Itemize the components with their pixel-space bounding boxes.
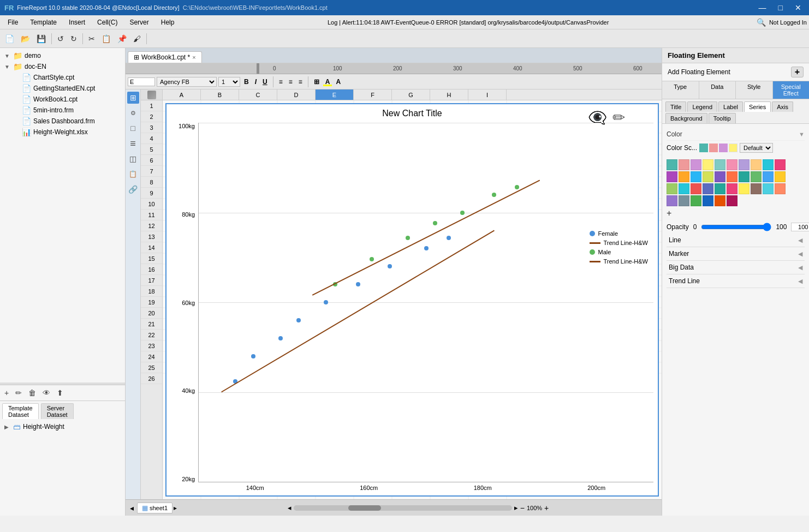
big-data-expand-arrow[interactable]: ◀ [798,264,802,271]
side-icon-link[interactable]: 🔗 [127,183,139,195]
swatch[interactable] [751,159,762,170]
tab-type[interactable]: Type [662,81,699,99]
swatch[interactable] [751,183,762,194]
line-section[interactable]: Line ◀ [667,234,805,247]
swatch[interactable] [763,183,774,194]
open-button[interactable]: 📂 [18,33,33,44]
chart-tab-legend[interactable]: Legend [687,101,717,112]
swatch[interactable] [667,159,677,170]
swatch[interactable] [775,171,786,182]
chart-tab-tooltip[interactable]: Tooltip [709,113,736,123]
scroll-left-button[interactable]: ◂ [288,504,292,512]
tree-item-workbook1[interactable]: 📄 WorkBook1.cpt [2,94,123,105]
tab-special-effect[interactable]: SpecialEffect [773,81,810,99]
color-expand-arrow[interactable]: ▼ [799,131,805,138]
tab-data[interactable]: Data [699,81,736,99]
swatch[interactable] [679,183,689,194]
redo-button[interactable]: ↻ [68,33,80,44]
scrollbar-thumb[interactable] [348,505,381,511]
side-icon-settings[interactable]: ⚙ [127,107,139,119]
new-button[interactable]: 📄 [2,33,17,44]
col-header-D[interactable]: D [277,89,316,100]
scheme-swatch-3[interactable] [719,144,728,152]
underline-button[interactable]: U [260,77,270,86]
login-status[interactable]: Not Logged In [769,19,807,26]
zoom-plus-button[interactable]: + [544,504,549,512]
swatch[interactable] [727,171,737,182]
swatch[interactable] [727,159,737,170]
add-floating-button[interactable]: + [791,67,804,77]
zoom-minus-button[interactable]: − [520,504,525,512]
tree-item-sales-dashboard[interactable]: 📄 Sales Dashboard.frm [2,116,123,127]
undo-button[interactable]: ↺ [55,33,67,44]
add-sheet-button[interactable]: ◂ [128,504,136,512]
swatch[interactable] [775,183,786,194]
tree-item-5min[interactable]: 📄 5min-intro.frm [2,105,123,116]
format-painter[interactable]: 🖌 [130,33,144,44]
swatch[interactable] [703,159,713,170]
search-icon[interactable]: 🔍 [757,18,766,27]
add-dataset-button[interactable]: + [2,387,11,398]
swatch[interactable] [739,183,749,194]
tab-server-dataset[interactable]: ServerDataset [41,403,74,419]
fill-color-button[interactable]: A [323,77,332,86]
select-all-button[interactable] [147,91,156,99]
save-button[interactable]: 💾 [34,33,49,44]
marker-section[interactable]: Marker ◀ [667,247,805,261]
swatch[interactable] [727,195,737,206]
side-icon-layers[interactable]: □ [127,122,139,134]
add-color-button[interactable]: + [667,208,805,218]
delete-dataset-button[interactable]: 🗑 [26,387,38,398]
side-icon-clipboard[interactable]: 📋 [127,168,139,180]
swatch[interactable] [715,195,725,206]
align-left-button[interactable]: ≡ [277,77,285,86]
scroll-right-button[interactable]: ▸ [514,504,518,512]
align-right-button[interactable]: ≡ [296,77,305,86]
col-header-B[interactable]: B [201,89,239,100]
tree-item-chartstyle[interactable]: 📄 ChartStyle.cpt [2,72,123,83]
cut-button[interactable]: ✂ [86,33,98,44]
trend-line-expand-arrow[interactable]: ◀ [798,278,802,285]
col-header-G[interactable]: G [392,89,430,100]
menu-file[interactable]: File [2,17,23,27]
swatch[interactable] [715,183,725,194]
swatch[interactable] [715,171,725,182]
chart-tab-title[interactable]: Title [665,101,686,112]
menu-server[interactable]: Server [124,17,154,27]
sheet-tab-1[interactable]: ▦ sheet1 [137,503,172,513]
swatch[interactable] [715,159,725,170]
swatch[interactable] [667,171,677,182]
font-size-select[interactable]: 1 [218,77,240,87]
col-header-A[interactable]: A [163,89,201,100]
scheme-swatch-4[interactable] [729,144,737,152]
chart-tab-axis[interactable]: Axis [772,101,793,112]
side-icon-menu[interactable]: ≡ [127,138,139,150]
swatch[interactable] [691,183,701,194]
dataset-item-height-weight[interactable]: ▶ 🗃 Height-Weight [2,421,123,432]
tree-item-doc-en[interactable]: ▼ 📁 doc-EN [2,61,123,72]
swatch[interactable] [667,183,677,194]
swatch[interactable] [775,159,786,170]
preview-dataset-button[interactable]: 👁 [40,387,52,398]
cell-reference-input[interactable] [128,77,155,86]
tree-item-gettingstarted[interactable]: 📄 GettingStartedEN.cpt [2,83,123,94]
swatch[interactable] [763,171,774,182]
swatch[interactable] [739,171,749,182]
swatch[interactable] [679,159,689,170]
maximize-button[interactable]: □ [775,2,786,13]
swatch[interactable] [679,171,689,182]
menu-help[interactable]: Help [156,17,180,27]
copy-button[interactable]: 📋 [99,33,114,44]
swatch[interactable] [703,195,713,206]
swatch[interactable] [667,195,677,206]
close-button[interactable]: ✕ [792,2,805,13]
opacity-slider[interactable] [701,223,771,231]
swatch[interactable] [703,183,713,194]
bold-button[interactable]: B [242,77,251,86]
align-center-button[interactable]: ≡ [287,77,295,86]
edit-dataset-button[interactable]: ✏ [13,387,24,398]
menu-cell[interactable]: Cell(C) [92,17,123,27]
swatch[interactable] [691,171,701,182]
swatch[interactable] [691,159,701,170]
scheme-swatch-1[interactable] [699,144,708,152]
